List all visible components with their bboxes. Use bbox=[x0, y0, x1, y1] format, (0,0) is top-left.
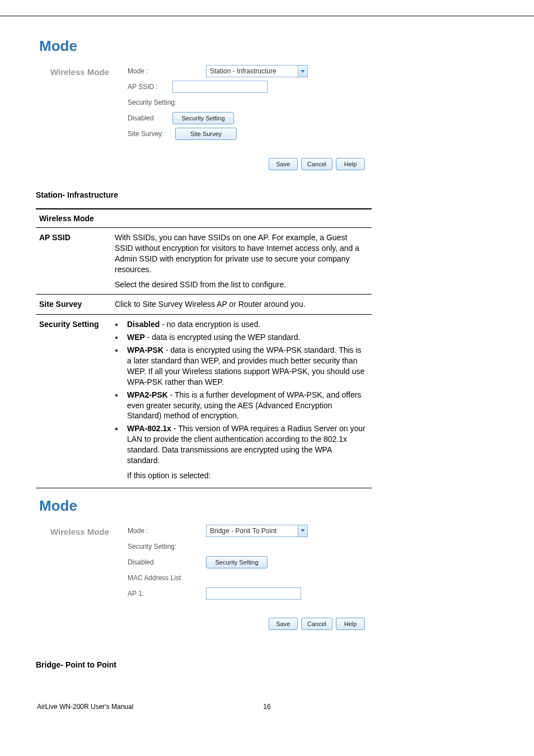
mode-label: Mode : bbox=[128, 527, 206, 535]
cell-key-security: Security Setting bbox=[36, 315, 111, 488]
site-survey-button[interactable]: Site Survey bbox=[175, 128, 237, 140]
save-button[interactable]: Save bbox=[269, 618, 298, 630]
cancel-button[interactable]: Cancel bbox=[301, 158, 332, 170]
panel-title: Mode bbox=[39, 38, 498, 55]
table-header: Wireless Mode bbox=[36, 209, 372, 228]
chevron-down-icon bbox=[298, 525, 308, 537]
security-setting-button[interactable]: Security Setting bbox=[206, 556, 268, 568]
mode-label: Mode : bbox=[128, 67, 206, 75]
mode-dropdown[interactable]: Station - Infrastructure bbox=[206, 65, 308, 77]
mode-dropdown[interactable]: Bridge - Ponit To Point bbox=[206, 525, 308, 537]
panel-button-row: Save Cancel Help bbox=[36, 158, 367, 170]
site-survey-label: Site Survey: bbox=[128, 130, 175, 138]
section-label: Wireless Mode bbox=[50, 525, 118, 603]
cell-key-apssid: AP SSID bbox=[36, 228, 111, 295]
ap-ssid-input[interactable] bbox=[172, 81, 268, 93]
footer-page-number: 16 bbox=[263, 703, 270, 711]
panel-button-row: Save Cancel Help bbox=[36, 618, 367, 630]
save-button[interactable]: Save bbox=[269, 158, 298, 170]
mode-dropdown-value: Bridge - Ponit To Point bbox=[206, 525, 298, 537]
security-setting-label: Security Setting: bbox=[128, 99, 176, 106]
ap1-label: AP 1: bbox=[128, 590, 206, 598]
help-button[interactable]: Help bbox=[336, 618, 365, 630]
cell-val-apssid: With SSIDs, you can have SSIDs on one AP… bbox=[111, 228, 372, 295]
wireless-mode-table: Wireless Mode AP SSID With SSIDs, you ca… bbox=[36, 208, 372, 488]
ap-ssid-label: AP SSID : bbox=[128, 83, 172, 91]
footer-manual-title: AirLive WN-200R User's Manual bbox=[37, 703, 133, 711]
cell-val-security: Disabled - no data encryption is used. W… bbox=[111, 315, 372, 488]
caption-station: Station- Infrastructure bbox=[36, 190, 498, 199]
section-label: Wireless Mode bbox=[50, 65, 118, 143]
mode-panel-station: Mode Wireless Mode Mode : Station - Infr… bbox=[36, 33, 498, 181]
security-status: Disabled bbox=[128, 114, 172, 122]
cancel-button[interactable]: Cancel bbox=[301, 618, 332, 630]
mode-panel-bridge: Mode Wireless Mode Mode : Bridge - Ponit… bbox=[36, 493, 498, 641]
chevron-down-icon bbox=[298, 65, 308, 77]
ap1-input[interactable] bbox=[206, 587, 301, 600]
help-button[interactable]: Help bbox=[336, 158, 365, 170]
mac-address-list-label: MAC Address List bbox=[128, 574, 181, 582]
security-status: Disabled bbox=[128, 558, 206, 566]
mode-dropdown-value: Station - Infrastructure bbox=[206, 65, 298, 77]
security-setting-button[interactable]: Security Setting bbox=[172, 112, 234, 124]
page-footer: AirLive WN-200R User's Manual 16 bbox=[36, 703, 498, 711]
caption-bridge: Bridge- Point to Point bbox=[36, 660, 498, 669]
cell-val-sitesurvey: Click to Site Survey Wireless AP or Rout… bbox=[111, 295, 372, 315]
security-setting-label: Security Setting: bbox=[128, 543, 176, 550]
cell-key-sitesurvey: Site Survey bbox=[36, 295, 111, 315]
panel-title: Mode bbox=[39, 497, 498, 515]
